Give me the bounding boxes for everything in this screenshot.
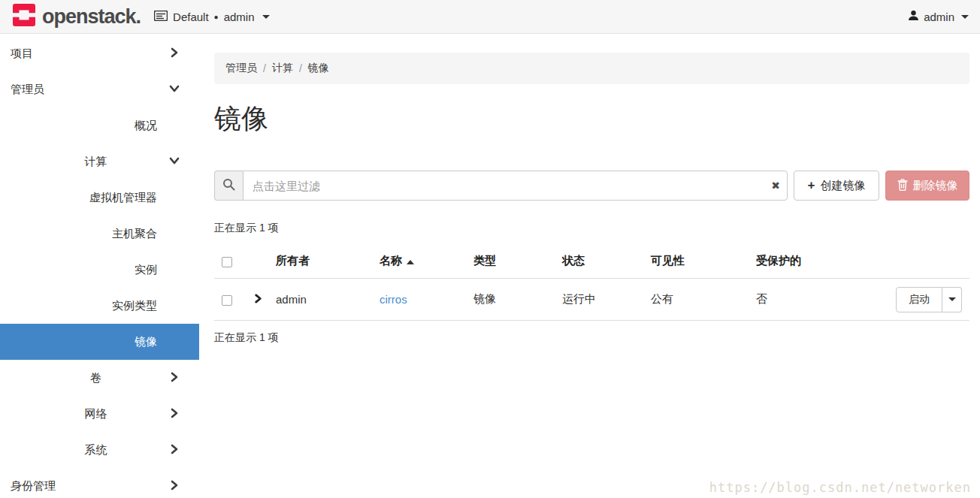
user-name: admin	[924, 11, 954, 23]
items-count-top: 正在显示 1 项	[214, 222, 969, 235]
sidebar-item-hypervisors[interactable]: 虚拟机管理器	[0, 180, 199, 216]
cell-protected: 否	[749, 279, 869, 321]
caret-down-icon	[961, 15, 969, 19]
sidebar-item-project[interactable]: 项目	[0, 35, 199, 71]
user-icon	[908, 10, 919, 23]
context-separator-dot: ●	[214, 13, 219, 21]
search-icon	[222, 178, 235, 194]
sidebar-item-host-aggregates[interactable]: 主机聚合	[0, 216, 199, 252]
page-title: 镜像	[214, 101, 969, 137]
breadcrumb-compute[interactable]: 计算	[272, 62, 293, 75]
clear-filter-icon[interactable]: ✖	[771, 180, 780, 192]
caret-down-icon	[948, 297, 956, 301]
chevron-right-icon	[169, 47, 199, 60]
chevron-right-icon	[169, 444, 199, 457]
column-name[interactable]: 名称	[372, 244, 466, 279]
chevron-right-icon	[169, 372, 199, 385]
table-header-row: 所有者 名称 类型 状态 可见性 受保护的	[214, 244, 969, 279]
sort-ascending-icon	[407, 260, 414, 264]
plus-icon: +	[808, 178, 815, 193]
column-visibility[interactable]: 可见性	[643, 244, 749, 279]
user-menu[interactable]: admin	[908, 10, 969, 23]
caret-down-icon	[262, 15, 270, 19]
image-name-link[interactable]: cirros	[380, 293, 407, 306]
brand-wordmark: openstack.	[42, 5, 141, 29]
chevron-right-icon	[169, 408, 199, 421]
domain-icon	[154, 11, 168, 23]
column-owner[interactable]: 所有者	[268, 244, 372, 279]
openstack-logo-icon	[11, 2, 37, 31]
chevron-down-icon	[169, 83, 199, 96]
column-type[interactable]: 类型	[466, 244, 555, 279]
sidebar-nav: 项目 管理员 概况 计算 虚拟机管理器 主机聚合 实例 实例类型	[0, 34, 199, 498]
sidebar-item-compute[interactable]: 计算	[0, 143, 199, 180]
csdn-watermark: https://blog.csdn.net/networken	[709, 480, 971, 495]
create-image-button[interactable]: + 创建镜像	[794, 171, 879, 201]
filter-input[interactable]	[243, 171, 788, 201]
breadcrumb-admin[interactable]: 管理员	[225, 62, 257, 75]
sidebar-item-images[interactable]: 镜像	[0, 324, 199, 360]
cell-status: 运行中	[555, 279, 643, 321]
chevron-right-icon	[169, 480, 199, 493]
context-switcher[interactable]: Default ● admin	[154, 11, 269, 23]
search-icon-button[interactable]	[214, 171, 243, 201]
sidebar-item-flavors[interactable]: 实例类型	[0, 288, 199, 324]
sidebar-item-volumes[interactable]: 卷	[0, 360, 199, 396]
breadcrumb: 管理员 / 计算 / 镜像	[214, 53, 969, 84]
chevron-down-icon	[169, 155, 199, 168]
delete-image-button[interactable]: 删除镜像	[885, 171, 969, 201]
filter-search-group: ✖	[214, 171, 788, 201]
sidebar-item-admin[interactable]: 管理员	[0, 71, 199, 107]
breadcrumb-images: 镜像	[308, 62, 329, 75]
row-checkbox[interactable]	[222, 295, 232, 306]
filter-toolbar: ✖ + 创建镜像 删除镜像	[214, 171, 969, 201]
column-status[interactable]: 状态	[555, 244, 643, 279]
sidebar-item-instances[interactable]: 实例	[0, 252, 199, 288]
main-content: 管理员 / 计算 / 镜像 镜像 ✖ + 创建镜像	[199, 34, 980, 498]
launch-button[interactable]: 启动	[896, 287, 942, 312]
sidebar-item-identity[interactable]: 身份管理	[0, 468, 199, 498]
cell-type: 镜像	[466, 279, 555, 321]
sidebar-item-overview[interactable]: 概况	[0, 107, 199, 143]
sidebar-item-network[interactable]: 网络	[0, 396, 199, 432]
top-navbar: openstack. Default ● admin admin	[0, 0, 980, 34]
table-row: admin cirros 镜像 运行中 公有 否 启动	[214, 279, 969, 321]
context-domain: Default	[173, 11, 209, 23]
cell-owner: admin	[268, 279, 372, 321]
row-action-split-button: 启动	[896, 287, 962, 312]
row-actions-dropdown-toggle[interactable]	[942, 287, 962, 312]
column-protected[interactable]: 受保护的	[749, 244, 869, 279]
sidebar-item-system[interactable]: 系统	[0, 432, 199, 468]
select-all-checkbox[interactable]	[222, 257, 232, 267]
openstack-brand[interactable]: openstack.	[11, 2, 141, 31]
trash-icon	[897, 179, 908, 193]
row-expander-icon[interactable]	[246, 279, 268, 321]
images-table: 所有者 名称 类型 状态 可见性 受保护的 admin cirros	[214, 244, 969, 321]
items-count-bottom: 正在显示 1 项	[214, 321, 969, 355]
context-project: admin	[224, 11, 255, 23]
cell-visibility: 公有	[643, 279, 749, 321]
